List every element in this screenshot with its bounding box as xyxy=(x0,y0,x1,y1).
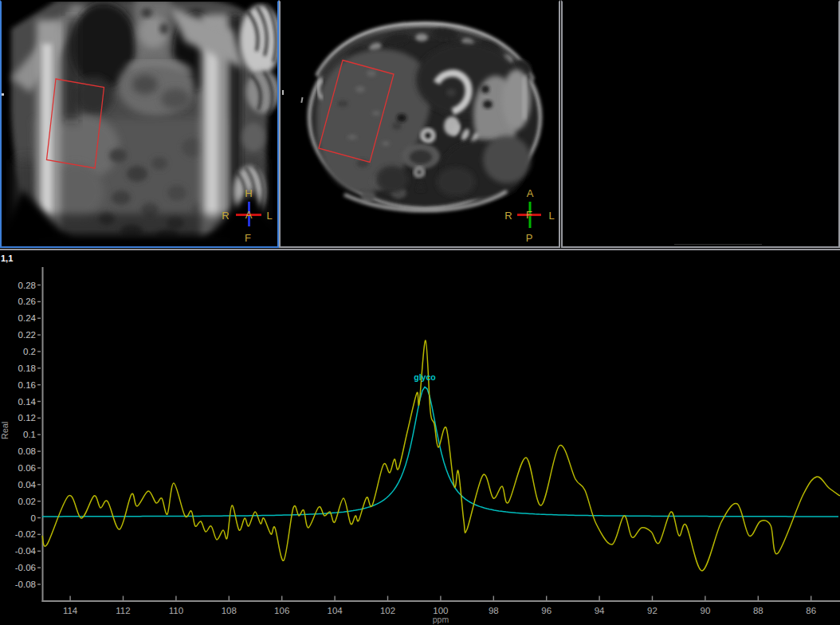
svg-text:R: R xyxy=(504,210,512,222)
svg-text:0: 0 xyxy=(31,513,36,523)
svg-text:0.02: 0.02 xyxy=(18,497,36,506)
svg-text:0.18: 0.18 xyxy=(18,364,36,373)
svg-text:90: 90 xyxy=(701,606,711,615)
svg-text:0.04: 0.04 xyxy=(18,480,37,489)
svg-text:0.16: 0.16 xyxy=(18,380,36,390)
svg-text:106: 106 xyxy=(274,606,289,615)
svg-text:-0.08: -0.08 xyxy=(15,580,36,589)
svg-text:88: 88 xyxy=(753,606,763,615)
svg-text:F: F xyxy=(245,232,251,244)
svg-text:0.12: 0.12 xyxy=(18,413,36,423)
svg-text:P: P xyxy=(526,232,533,244)
svg-text:-0.06: -0.06 xyxy=(15,563,36,572)
svg-text:102: 102 xyxy=(380,606,395,615)
svg-text:R: R xyxy=(222,210,229,222)
svg-text:114: 114 xyxy=(63,606,78,615)
svg-text:0.1: 0.1 xyxy=(23,430,36,439)
svg-text:98: 98 xyxy=(489,606,499,615)
svg-text:A: A xyxy=(527,187,534,199)
svg-text:0.2: 0.2 xyxy=(23,347,36,356)
svg-text:1,1: 1,1 xyxy=(1,254,13,263)
svg-text:94: 94 xyxy=(595,606,605,615)
svg-text:-0.02: -0.02 xyxy=(15,529,36,539)
svg-text:Real: Real xyxy=(0,422,10,440)
svg-text:L: L xyxy=(266,210,272,222)
svg-text:H: H xyxy=(245,187,252,199)
svg-text:108: 108 xyxy=(222,606,237,615)
svg-text:0.24: 0.24 xyxy=(18,313,37,323)
svg-text:0.26: 0.26 xyxy=(18,297,36,306)
svg-text:0.22: 0.22 xyxy=(18,330,36,340)
svg-text:112: 112 xyxy=(116,606,130,615)
svg-text:96: 96 xyxy=(541,606,551,615)
svg-text:0.08: 0.08 xyxy=(18,446,36,456)
svg-text:A: A xyxy=(245,209,253,221)
svg-text:110: 110 xyxy=(169,606,183,615)
svg-text:glyco: glyco xyxy=(414,372,435,382)
svg-text:92: 92 xyxy=(647,606,657,615)
svg-text:86: 86 xyxy=(806,606,816,615)
svg-text:0.28: 0.28 xyxy=(18,281,36,290)
svg-text:104: 104 xyxy=(328,606,343,615)
svg-text:-0.04: -0.04 xyxy=(15,546,37,556)
svg-text:F: F xyxy=(526,209,532,221)
svg-text:0.06: 0.06 xyxy=(18,463,36,473)
svg-text:L: L xyxy=(548,210,554,222)
svg-text:ppm: ppm xyxy=(433,615,449,624)
svg-text:0.14: 0.14 xyxy=(18,397,37,407)
